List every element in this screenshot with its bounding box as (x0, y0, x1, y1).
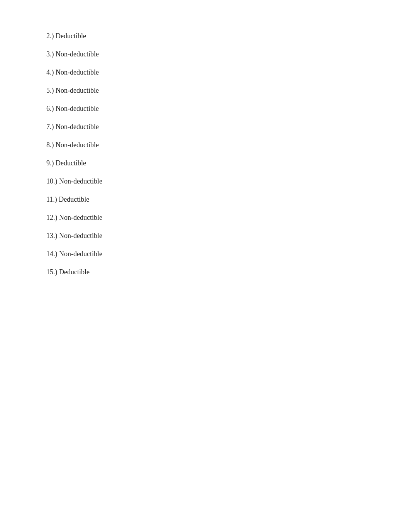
list-item: 2.) Deductible (46, 31, 410, 41)
item-label: Non-deductible (56, 50, 99, 58)
item-number: 12.) (46, 214, 59, 221)
list-item: 13.) Non-deductible (46, 231, 410, 241)
item-number: 10.) (46, 177, 59, 185)
item-number: 11.) (46, 195, 59, 203)
item-number: 6.) (46, 105, 56, 112)
list-item: 14.) Non-deductible (46, 249, 410, 259)
list-item: 7.) Non-deductible (46, 122, 410, 132)
list-item: 10.) Non-deductible (46, 176, 410, 187)
item-number: 8.) (46, 141, 56, 149)
list-item: 3.) Non-deductible (46, 49, 410, 59)
item-number: 13.) (46, 232, 59, 240)
item-number: 2.) (46, 32, 56, 40)
item-number: 4.) (46, 68, 56, 76)
list-item: 12.) Non-deductible (46, 212, 410, 223)
item-label: Non-deductible (59, 177, 102, 185)
item-number: 15.) (46, 268, 59, 276)
item-label: Deductible (59, 195, 89, 203)
item-label: Non-deductible (56, 123, 99, 131)
list-item: 11.) Deductible (46, 194, 410, 205)
list-item: 4.) Non-deductible (46, 67, 410, 78)
item-label: Non-deductible (56, 141, 99, 149)
item-number: 7.) (46, 123, 56, 131)
item-label: Deductible (56, 32, 86, 40)
item-label: Non-deductible (56, 105, 99, 112)
item-label: Non-deductible (59, 250, 102, 258)
list-item: 9.) Deductible (46, 158, 410, 168)
item-label: Deductible (59, 268, 90, 276)
list-item: 15.) Deductible (46, 267, 410, 277)
item-label: Non-deductible (56, 68, 99, 76)
list-item: 6.) Non-deductible (46, 104, 410, 114)
item-number: 14.) (46, 250, 59, 258)
list-item: 8.) Non-deductible (46, 140, 410, 150)
main-content: 2.) Deductible3.) Non-deductible4.) Non-… (0, 0, 410, 316)
list-item: 5.) Non-deductible (46, 85, 410, 96)
item-label: Deductible (56, 159, 86, 167)
item-label: Non-deductible (59, 214, 102, 221)
item-label: Non-deductible (56, 87, 99, 94)
item-number: 9.) (46, 159, 56, 167)
item-number: 5.) (46, 87, 56, 94)
item-label: Non-deductible (59, 232, 102, 240)
item-number: 3.) (46, 50, 56, 58)
